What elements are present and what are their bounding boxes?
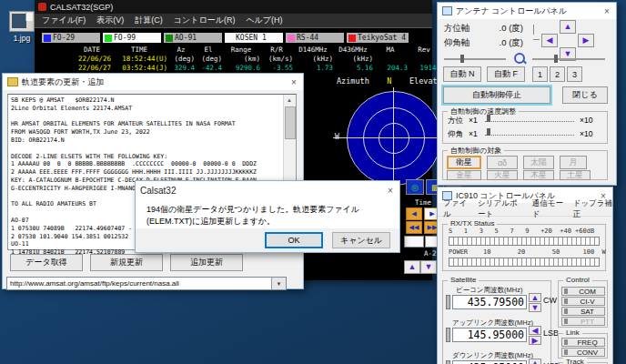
beacon-down-button[interactable]: ▼: [529, 303, 541, 312]
uplink-right-button[interactable]: ▶: [529, 336, 541, 345]
freq-link-button[interactable]: FREQ: [561, 338, 605, 347]
target-jupiter-button[interactable]: 木星: [523, 170, 554, 180]
menu-help[interactable]: ヘルプ(H): [246, 15, 282, 26]
target-satellite-button[interactable]: 衛星: [447, 156, 481, 169]
satellite-tab-label: FO-99: [114, 34, 136, 42]
sat-button[interactable]: SAT: [561, 307, 605, 316]
target-radec-button[interactable]: αδ: [487, 156, 518, 169]
satellite-tab-teikyosat4[interactable]: TeikyoSat 4: [347, 33, 409, 43]
rxtx-status-label: RX/TX Status: [448, 219, 497, 228]
satellite-tab-label: KOSEN 1: [236, 34, 267, 42]
antenna-up-button[interactable]: ▲: [560, 20, 576, 34]
dropdown-arrow-icon[interactable]: ▼: [271, 278, 286, 289]
target-moon-button[interactable]: 月: [560, 156, 587, 169]
close-button[interactable]: 閉じる: [562, 86, 608, 104]
uplink-freq-label: アップリンク周波数(MHz): [452, 318, 533, 328]
step-up-button[interactable]: ▲: [404, 260, 420, 274]
civ-button[interactable]: CI-V: [561, 297, 605, 306]
dialog-message: 194個の衛星データが見つかりました。軌道要素ファイル(ELEM.TXT)に追加…: [136, 199, 399, 228]
menu-calc[interactable]: 計算(C): [135, 15, 163, 26]
antenna-right-button[interactable]: ▶: [578, 34, 594, 47]
link-group: Link FREQ CONV: [558, 333, 608, 359]
ic910-control-panel: IC910 コントロールパネル × ファイル シリアルポート 通信モード ドップ…: [437, 187, 613, 364]
keps-url-combobox[interactable]: http://www.amsat.org/amsat/ftp/keps/curr…: [6, 277, 287, 290]
map-icon[interactable]: ◎: [406, 179, 424, 195]
antenna-left-button[interactable]: ◀: [541, 34, 558, 47]
s-meter-scale: S 1 3 5 7 9 +20 +40 +60dB: [449, 228, 594, 235]
close-icon[interactable]: ×: [381, 186, 399, 196]
beacon-freq-field[interactable]: 435.79500: [452, 295, 527, 309]
speed-az-thumb[interactable]: [487, 115, 490, 122]
speed-el-label: 仰角: [448, 129, 463, 140]
orbital-title-bar[interactable]: 軌道要素の更新・追加 ×: [3, 74, 303, 90]
cancel-button[interactable]: キャンセル: [332, 232, 390, 248]
step-down-button[interactable]: ▼: [420, 260, 437, 274]
ok-button[interactable]: OK: [265, 232, 323, 248]
menu-file[interactable]: ファイル(F): [42, 15, 86, 26]
satellite-tab-fo99[interactable]: FO-99: [103, 33, 161, 43]
ic910-menu-serial[interactable]: シリアルポート: [478, 198, 524, 220]
menu-control[interactable]: コントロール(R): [174, 15, 236, 26]
azimuth-axis-label: 方位軸: [444, 23, 470, 35]
dialog-title-bar[interactable]: Calsat32 ×: [136, 181, 399, 199]
speed-adjust-group: 自動制御の速度調整 方位 ×1 ×10 仰角 ×1 ×10: [442, 111, 608, 144]
target-saturn-button[interactable]: 土星: [560, 170, 591, 180]
speed-el-slider[interactable]: [485, 135, 574, 136]
scroll-up-icon[interactable]: ▲: [284, 95, 295, 106]
power-meter-bar: [449, 258, 600, 267]
time-field-1[interactable]: [404, 236, 424, 248]
desktop-icon-1jpg[interactable]: 1.jpg: [5, 11, 38, 43]
main-title-bar[interactable]: CALSAT32(SGP): [35, 0, 432, 14]
tracking-table-header: DATETIME AzEl RangeR/R D146MHzD436MHz MA…: [73, 46, 440, 55]
uplink-freq-field[interactable]: 145.95000: [452, 328, 527, 342]
satellite-tab-rs44[interactable]: RS-44: [286, 33, 344, 43]
satellite-tab-label: TeikyoSat 4: [358, 34, 406, 42]
track-group-label: Track: [563, 358, 587, 364]
auto-n-button[interactable]: 自動 N: [443, 66, 481, 82]
desktop-icon-label: 1.jpg: [5, 34, 38, 43]
azimuth-slider[interactable]: [444, 58, 506, 60]
ptt-button[interactable]: PTT: [561, 317, 605, 326]
preset-1-button[interactable]: 1: [532, 66, 548, 82]
auto-f-button[interactable]: 自動 F: [487, 66, 525, 82]
com-button[interactable]: COM: [561, 287, 605, 296]
auto-control-stop-button[interactable]: 自動制御停止: [443, 86, 550, 104]
azimuth-slider-thumb[interactable]: [460, 55, 464, 63]
time-group-label: Time: [415, 198, 431, 207]
preset-2-button[interactable]: 2: [550, 66, 565, 82]
satellite-tab-ao91[interactable]: AO-91: [164, 33, 222, 43]
target-mars-button[interactable]: 火星: [487, 170, 518, 180]
elevation-slider[interactable]: [532, 58, 605, 60]
elevation-slider-thumb[interactable]: [554, 55, 558, 63]
time-rew-button[interactable]: ◀◀: [406, 221, 422, 234]
s-meter-bar: [449, 237, 600, 246]
magnifier-icon[interactable]: [514, 53, 525, 64]
ic910-menu-doppler[interactable]: ドップラ補正: [573, 198, 612, 220]
target-sun-button[interactable]: 太陽: [523, 156, 554, 169]
scrollbar-thumb[interactable]: [285, 106, 296, 139]
ic910-menu-commode[interactable]: 通信モード: [532, 198, 565, 220]
antenna-title-bar[interactable]: アンテナ コントロールパネル ×: [438, 3, 616, 19]
az-tick: [533, 25, 534, 35]
uplink-left-button[interactable]: ◀: [529, 326, 541, 335]
new-update-button[interactable]: 新規更新: [90, 254, 163, 271]
downlink-up-button[interactable]: ▲: [529, 359, 541, 364]
speed-az-slider[interactable]: [485, 121, 574, 122]
image-file-icon: [9, 11, 35, 32]
time-back-button[interactable]: ◀: [406, 207, 422, 220]
close-icon[interactable]: ×: [598, 6, 616, 16]
ic910-menu-file[interactable]: ファイル: [443, 198, 470, 220]
fetch-data-button[interactable]: データ取得: [10, 254, 83, 271]
satellite-tab-fo29[interactable]: FO-29: [42, 33, 100, 43]
menu-view[interactable]: 表示(V): [96, 15, 124, 26]
close-icon[interactable]: ×: [285, 77, 303, 87]
append-update-button[interactable]: 追加更新: [170, 254, 243, 271]
satellite-tab-kosen1[interactable]: KOSEN 1: [225, 33, 283, 43]
beacon-up-button[interactable]: ▲: [529, 293, 541, 302]
speed-el-thumb[interactable]: [487, 128, 490, 136]
preset-3-button[interactable]: 3: [567, 66, 582, 82]
ic910-menu-bar: ファイル シリアルポート 通信モード ドップラ補正: [438, 203, 612, 217]
target-venus-button[interactable]: 金星: [447, 170, 481, 180]
conv-link-button[interactable]: CONV: [561, 348, 605, 357]
downlink-freq-field[interactable]: 435.85000: [452, 360, 527, 364]
